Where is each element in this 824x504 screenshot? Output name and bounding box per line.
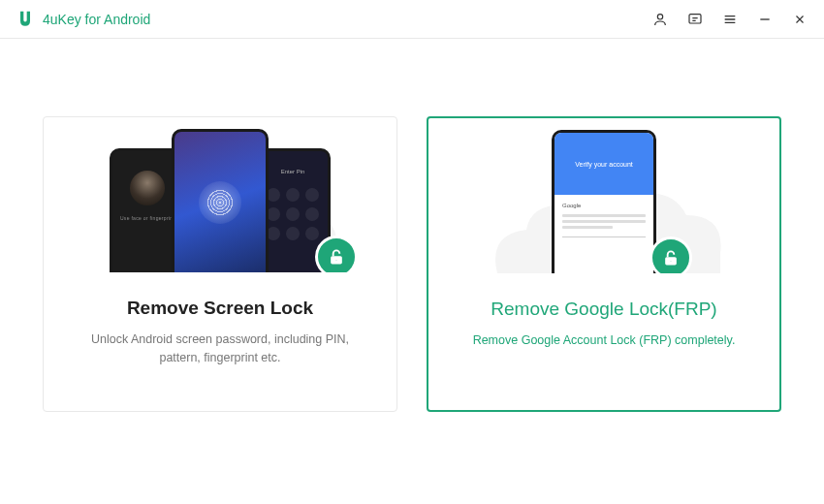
user-icon[interactable] [651,11,669,28]
unlock-badge-icon [650,236,692,273]
svg-rect-1 [689,14,701,22]
text-line [562,226,613,229]
card-remove-screen-lock[interactable]: Use face or fingerprint Enter Pin [43,116,397,412]
svg-point-5 [670,260,673,263]
phone-google-verify: Verify your account Google [552,130,656,273]
feedback-icon[interactable] [686,11,704,28]
menu-icon[interactable] [721,11,739,28]
card-title: Remove Screen Lock [127,298,313,319]
logo-icon [16,10,35,29]
app-title: 4uKey for Android [43,12,150,27]
card-description: Remove Google Account Lock (FRP) complet… [444,331,765,350]
pin-label: Enter Pin [281,169,305,174]
face-icon [130,171,165,205]
titlebar-actions [651,11,808,28]
google-lock-illustration: Verify your account Google [428,118,779,273]
google-verify-header: Verify your account [555,133,653,195]
close-icon[interactable] [791,11,808,28]
fingerprint-icon [199,181,241,224]
screen-lock-illustration: Use face or fingerprint Enter Pin [44,117,396,272]
unlock-badge-icon [315,236,358,272]
minimize-icon[interactable] [756,11,774,28]
titlebar: 4uKey for Android [0,0,824,39]
card-remove-google-lock[interactable]: Verify your account Google Remove Google… [427,116,781,412]
main-content: Use face or fingerprint Enter Pin [0,39,824,412]
card-title: Remove Google Lock(FRP) [491,299,716,320]
svg-point-3 [335,259,338,262]
keypad-icon [267,188,319,240]
svg-point-0 [657,14,662,18]
phone-hint-text: Use face or fingerprint [120,215,174,221]
text-line [562,220,646,223]
text-line [562,214,646,217]
app-logo: 4uKey for Android [16,10,150,29]
input-underline [562,236,646,237]
google-verify-body: Google [555,195,653,245]
phone-fingerprint [172,129,269,272]
google-logo-text: Google [562,203,646,208]
card-description: Unlock Android screen password, includin… [44,331,396,367]
